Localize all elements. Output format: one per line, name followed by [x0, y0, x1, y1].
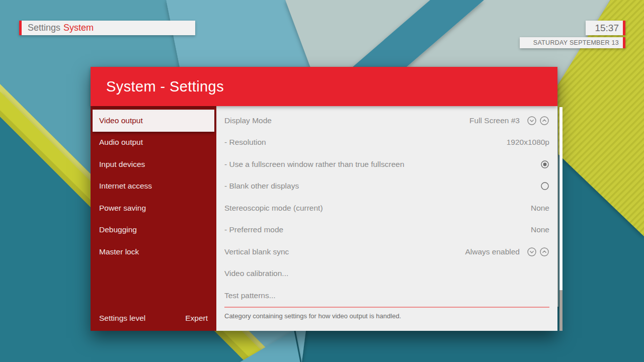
setting-label: - Resolution [224, 138, 507, 147]
setting-control: None [531, 204, 549, 213]
setting-row[interactable]: Stereoscopic mode (current)None [216, 197, 557, 219]
sidebar-item-label: Power saving [99, 204, 146, 213]
setting-label: Display Mode [224, 116, 469, 125]
sidebar-item-debugging[interactable]: Debugging [93, 219, 214, 241]
setting-row[interactable]: Display ModeFull Screen #3 [216, 110, 557, 132]
category-sidebar: Video outputAudio outputInput devicesInt… [91, 106, 216, 331]
radio-unselected-icon[interactable] [540, 182, 549, 191]
setting-row[interactable]: Vertical blank syncAlways enabled [216, 241, 557, 263]
settings-level-row[interactable]: Settings level Expert [93, 307, 214, 329]
sidebar-item-video-output[interactable]: Video output [93, 110, 214, 132]
sidebar-item-label: Debugging [99, 225, 137, 234]
setting-label: Vertical blank sync [224, 247, 465, 256]
setting-row[interactable]: - Blank other displays [216, 175, 557, 198]
sidebar-item-master-lock[interactable]: Master lock [93, 241, 214, 263]
setting-label: - Use a fullscreen window rather than tr… [224, 160, 538, 169]
setting-control: Always enabled [465, 247, 549, 257]
date-text: SATURDAY SEPTEMBER 13 [533, 39, 619, 46]
setting-label: - Preferred mode [224, 225, 531, 234]
setting-label: Video calibration... [224, 269, 549, 278]
setting-row[interactable]: Video calibration... [216, 263, 557, 285]
setting-row[interactable]: - Use a fullscreen window rather than tr… [216, 153, 557, 175]
time-text: 15:37 [595, 23, 619, 34]
setting-control: 1920x1080p [507, 138, 549, 147]
sidebar-item-label: Input devices [99, 160, 145, 169]
settings-level-value: Expert [185, 314, 208, 323]
settings-dialog: System - Settings Video outputAudio outp… [91, 67, 557, 331]
panel-scrollbar[interactable] [559, 107, 562, 331]
settings-rows: Display ModeFull Screen #3 - Resolution1… [216, 110, 557, 307]
setting-control: None [531, 225, 549, 234]
sidebar-item-label: Internet access [99, 182, 152, 191]
clock-date: SATURDAY SEPTEMBER 13 [520, 37, 625, 48]
chevron-down-circle-icon[interactable] [527, 247, 537, 257]
setting-row[interactable]: - Resolution1920x1080p [216, 132, 557, 154]
settings-panel: Display ModeFull Screen #3 - Resolution1… [216, 106, 557, 331]
scrollbar-thumb[interactable] [559, 107, 562, 290]
breadcrumb-section: Settings [28, 23, 60, 33]
sidebar-items: Video outputAudio outputInput devicesInt… [91, 110, 216, 263]
breadcrumb: Settings System [19, 21, 195, 35]
setting-value: None [531, 204, 549, 213]
setting-label: Stereoscopic mode (current) [224, 204, 531, 213]
sidebar-item-audio-output[interactable]: Audio output [93, 132, 214, 154]
setting-row[interactable]: - Preferred modeNone [216, 219, 557, 241]
dialog-title: System - Settings [106, 78, 224, 95]
setting-value: 1920x1080p [507, 138, 549, 147]
setting-label: - Blank other displays [224, 182, 538, 191]
setting-label: Test patterns... [224, 291, 549, 300]
setting-value: Full Screen #3 [469, 116, 520, 125]
setting-control [538, 182, 549, 191]
settings-level-label: Settings level [99, 314, 145, 323]
sidebar-item-input-devices[interactable]: Input devices [93, 153, 214, 175]
category-description: Category containing settings for how vid… [216, 308, 557, 320]
dialog-header: System - Settings [91, 67, 557, 106]
chevron-down-circle-icon[interactable] [527, 116, 537, 126]
sidebar-item-label: Master lock [99, 247, 139, 256]
setting-value: Always enabled [465, 247, 520, 256]
sidebar-item-power-saving[interactable]: Power saving [93, 197, 214, 219]
setting-control: Full Screen #3 [469, 116, 549, 126]
chevron-up-circle-icon[interactable] [539, 116, 549, 126]
setting-row[interactable]: Test patterns... [216, 285, 557, 307]
chevron-up-circle-icon[interactable] [539, 247, 549, 257]
setting-control [538, 160, 549, 169]
sidebar-item-label: Video output [99, 116, 143, 125]
sidebar-item-internet-access[interactable]: Internet access [93, 175, 214, 198]
dialog-body: Video outputAudio outputInput devicesInt… [91, 106, 557, 331]
breadcrumb-subsection: System [63, 23, 94, 33]
setting-value: None [531, 225, 549, 234]
sidebar-item-label: Audio output [99, 138, 143, 147]
clock-time: 15:37 [586, 21, 625, 35]
radio-selected-icon[interactable] [540, 160, 549, 169]
